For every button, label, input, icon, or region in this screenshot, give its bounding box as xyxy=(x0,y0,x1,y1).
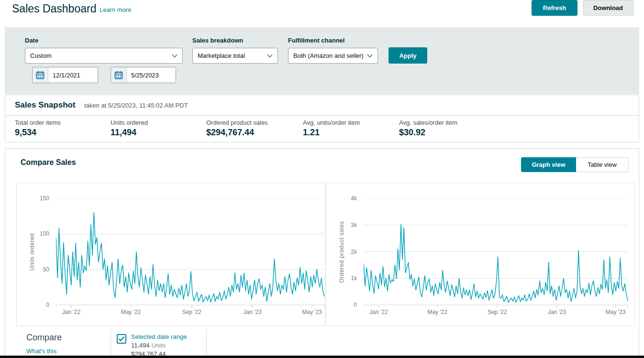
page-title: Sales Dashboard xyxy=(12,2,96,15)
metric-label: Units ordered xyxy=(111,119,148,126)
graph-view-tab[interactable]: Graph view xyxy=(521,157,576,172)
y-axis-label: Units ordered xyxy=(29,209,35,295)
selected-range-checkbox[interactable] xyxy=(117,334,126,344)
compare-footer: Compare What's this Selected date range … xyxy=(5,328,639,358)
whats-this-link[interactable]: What's this xyxy=(26,347,56,355)
line-plot xyxy=(56,198,325,311)
snapshot-title: Sales Snapshot xyxy=(15,100,76,110)
metric-value: $294,767.44 xyxy=(206,128,268,138)
metric-label: Avg. sales/order item xyxy=(399,119,457,126)
divider xyxy=(206,329,207,358)
compare-label: Compare xyxy=(26,333,62,343)
compare-sales-title: Compare Sales xyxy=(21,158,76,167)
selected-range-summary: Selected date range 11,494 Units $294,76… xyxy=(131,333,187,358)
compare-sales-card: Compare Sales Graph view Table view Unit… xyxy=(5,148,639,358)
units-value: 11,494 xyxy=(131,342,150,349)
metric-label: Ordered product sales xyxy=(206,119,268,126)
sales-breakdown-label: Sales breakdown xyxy=(192,37,243,44)
line-plot xyxy=(364,198,629,311)
units-ordered-chart: Units ordered 050100150 Jan '22May '22Se… xyxy=(16,183,325,326)
apply-button[interactable]: Apply xyxy=(389,47,427,64)
date-range-value: Custom xyxy=(30,52,52,59)
learn-more-link[interactable]: Learn more xyxy=(100,6,131,13)
fulfillment-channel-select[interactable]: Both (Amazon and seller) xyxy=(288,48,378,64)
start-date-input[interactable]: 12/1/2021 xyxy=(32,67,98,83)
metric-units-ordered: Units ordered 11,494 xyxy=(111,119,148,138)
end-date-input[interactable]: 5/25/2023 xyxy=(111,67,176,83)
metric-avg-units-per-order: Avg. units/order item 1.21 xyxy=(303,119,360,138)
metric-ordered-product-sales: Ordered product sales $294,767.44 xyxy=(206,119,268,138)
sales-snapshot-card: Sales Snapshot taken at 5/25/2023, 11:45… xyxy=(5,95,639,142)
units-suffix: Units xyxy=(151,342,166,349)
sales-breakdown-value: Marketplace total xyxy=(198,52,245,59)
sales-dashboard-page: Sales Dashboard Learn more Refresh Downl… xyxy=(0,0,644,358)
snapshot-header: Sales Snapshot taken at 5/25/2023, 11:45… xyxy=(5,95,639,116)
date-range-select[interactable]: Custom xyxy=(25,48,183,64)
metric-value: 9,534 xyxy=(15,128,61,138)
refresh-button[interactable]: Refresh xyxy=(532,0,577,16)
metric-value: $30.92 xyxy=(399,128,457,138)
calendar-icon[interactable] xyxy=(111,67,127,83)
metric-label: Avg. units/order item xyxy=(303,119,360,126)
window-bottom-edge xyxy=(0,356,644,358)
metric-value: 1.21 xyxy=(303,128,360,138)
view-toggle: Graph view Table view xyxy=(521,157,629,172)
fulfillment-channel-label: Fulfillment channel xyxy=(288,37,344,44)
chevron-down-icon xyxy=(267,54,273,58)
snapshot-timestamp: taken at 5/25/2023, 11:45:02 AM PDT xyxy=(84,102,188,109)
units-summary: 11,494 Units xyxy=(131,342,187,349)
metric-total-order-items: Total order items 9,534 xyxy=(15,119,61,138)
metric-label: Total order items xyxy=(15,119,61,126)
start-date-value: 12/1/2021 xyxy=(48,67,80,83)
download-button[interactable]: Download xyxy=(583,0,633,16)
calendar-icon[interactable] xyxy=(33,67,48,83)
y-axis-label: Ordered product sales xyxy=(338,209,345,295)
ordered-product-sales-chart: Ordered product sales 01k2k3k4k Jan '22M… xyxy=(326,183,635,326)
chevron-down-icon xyxy=(367,54,373,58)
end-date-value: 5/25/2023 xyxy=(127,67,159,83)
filter-panel: Date Custom 12/1/2021 xyxy=(5,27,639,94)
divider xyxy=(111,329,111,358)
sales-breakdown-select[interactable]: Marketplace total xyxy=(192,48,278,64)
fulfillment-channel-value: Both (Amazon and seller) xyxy=(293,52,364,59)
metric-avg-sales-per-order: Avg. sales/order item $30.92 xyxy=(399,119,457,138)
metric-value: 11,494 xyxy=(111,128,148,138)
page-header: Sales Dashboard Learn more Refresh Downl… xyxy=(0,0,644,27)
selected-range-link[interactable]: Selected date range xyxy=(131,333,187,340)
date-filter-label: Date xyxy=(25,37,38,44)
table-view-tab[interactable]: Table view xyxy=(576,157,629,172)
chevron-down-icon xyxy=(172,54,178,58)
